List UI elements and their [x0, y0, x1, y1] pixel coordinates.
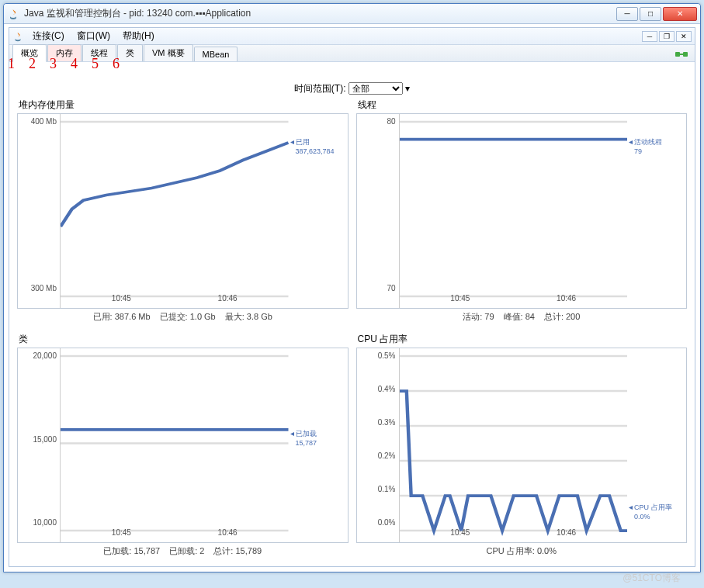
chart-threads: 线程807010:4510:46◂活动线程79活动: 79峰值: 84总计: 2… — [356, 99, 688, 325]
close-button[interactable]: ✕ — [663, 7, 697, 21]
maximize-button[interactable]: □ — [640, 7, 661, 21]
menu-help[interactable]: 帮助(H) — [116, 28, 161, 44]
inner-minimize-button[interactable]: ─ — [642, 31, 657, 42]
menubar: 连接(C) 窗口(W) 帮助(H) ─ ❐ ✕ — [9, 28, 695, 45]
chart-title: CPU 占用率 — [356, 333, 688, 346]
chart-plot-area: 20,00015,00010,00010:4510:46◂已加载15,787 — [17, 348, 349, 543]
chart-plot-area: 400 Mb300 Mb10:4510:46◂已用387,623,784 — [17, 113, 349, 309]
chart-title: 堆内存使用量 — [17, 99, 349, 112]
chart-stats: 活动: 79峰值: 84总计: 200 — [356, 309, 688, 325]
tab-threads[interactable]: 线程 — [82, 44, 116, 61]
inner-close-button[interactable]: ✕ — [676, 31, 692, 42]
inner-restore-button[interactable]: ❐ — [659, 31, 675, 42]
svg-rect-0 — [675, 52, 680, 57]
chart-plot-area: 807010:4510:46◂活动线程79 — [356, 113, 688, 309]
menu-connect[interactable]: 连接(C) — [26, 28, 71, 44]
chart-stats: CPU 占用率: 0.0% — [356, 543, 688, 559]
tab-overview[interactable]: 概览 — [12, 44, 47, 62]
java-icon — [7, 8, 19, 20]
tab-classes[interactable]: 类 — [117, 44, 143, 61]
chart-cpu: CPU 占用率0.5%0.4%0.3%0.2%0.1%0.0%10:4510:4… — [356, 333, 688, 559]
time-range-control: 时间范围(T): 全部 ▾ — [17, 82, 687, 95]
java-icon — [12, 31, 23, 42]
window-title: Java 监视和管理控制台 - pid: 13240 com.▪▪▪Applic… — [24, 7, 616, 20]
svg-rect-1 — [683, 52, 688, 57]
tab-memory[interactable]: 内存 — [47, 44, 81, 61]
time-range-label: 时间范围(T): — [294, 83, 346, 94]
time-range-select[interactable]: 全部 — [349, 82, 403, 95]
watermark: @51CTO博客 — [623, 572, 681, 585]
chart-title: 线程 — [356, 99, 688, 112]
chart-stats: 已用: 387.6 Mb已提交: 1.0 Gb最大: 3.8 Gb — [17, 309, 349, 325]
chart-title: 类 — [17, 333, 349, 346]
dropdown-arrow-icon: ▾ — [405, 83, 410, 94]
minimize-button[interactable]: ─ — [616, 7, 638, 21]
tab-vm-summary[interactable]: VM 概要 — [144, 44, 193, 61]
chart-heap: 堆内存使用量400 Mb300 Mb10:4510:46◂已用387,623,7… — [17, 99, 349, 325]
chart-classes: 类20,00015,00010,00010:4510:46◂已加载15,787已… — [17, 333, 349, 559]
chart-plot-area: 0.5%0.4%0.3%0.2%0.1%0.0%10:4510:46◂CPU 占… — [356, 348, 688, 543]
outer-titlebar: Java 监视和管理控制台 - pid: 13240 com.▪▪▪Applic… — [4, 4, 700, 24]
menu-window[interactable]: 窗口(W) — [71, 28, 116, 44]
connection-status-icon — [675, 50, 688, 59]
tab-mbean[interactable]: MBean — [194, 47, 238, 61]
tabbar: 概览 内存 线程 类 VM 概要 MBean — [9, 45, 695, 62]
chart-stats: 已加载: 15,787已卸载: 2总计: 15,789 — [17, 543, 349, 559]
